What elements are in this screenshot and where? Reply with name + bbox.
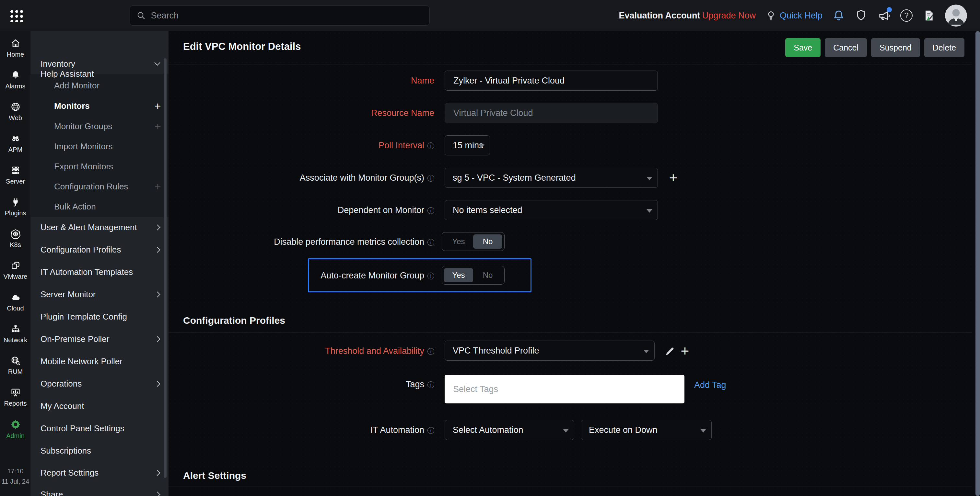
sidebar-item-monitors[interactable]: Monitors [31, 100, 169, 113]
info-icon[interactable] [428, 239, 434, 246]
add-monitor-plus-icon[interactable] [154, 100, 161, 113]
sidebar-item-configuration-rules[interactable]: Configuration Rules [31, 180, 169, 193]
rail-item-vmware[interactable]: VMware [0, 260, 31, 280]
rail-item-k8s[interactable]: K8s [0, 228, 31, 249]
add-monitor-group-button[interactable] [669, 171, 677, 185]
info-icon[interactable] [428, 381, 434, 388]
sidebar-item-my-account[interactable]: My Account [31, 399, 169, 412]
save-button[interactable]: Save [785, 38, 821, 57]
dependent-monitor-label: Dependent on Monitor [169, 204, 434, 216]
server-icon [10, 165, 21, 176]
chevron-down-icon [154, 60, 160, 65]
poll-interval-label: Poll Interval [169, 139, 434, 151]
shield-icon[interactable] [855, 9, 868, 22]
info-icon[interactable] [428, 273, 434, 279]
sidebar-item-subscriptions[interactable]: Subscriptions [31, 444, 169, 457]
info-icon[interactable] [428, 348, 434, 355]
sidebar-item-it-automation-templates[interactable]: IT Automation Templates [31, 265, 169, 279]
notifications-bell-icon[interactable] [832, 9, 845, 22]
name-input[interactable] [445, 71, 658, 91]
toggle-yes-option[interactable]: Yes [444, 235, 473, 249]
info-icon[interactable] [428, 427, 434, 434]
chevron-right-icon [154, 292, 160, 297]
sidebar-item-monitor-groups[interactable]: Monitor Groups [31, 120, 169, 133]
page-scrollbar[interactable] [975, 31, 980, 496]
delete-button[interactable]: Delete [924, 38, 964, 57]
add-threshold-profile-button[interactable] [681, 344, 689, 358]
disable-metrics-label: Disable performance metrics collection [169, 236, 434, 248]
alert-settings-heading: Alert Settings [183, 470, 246, 481]
info-icon[interactable] [428, 143, 434, 149]
poll-interval-select[interactable]: 15 mins [445, 135, 490, 155]
add-monitor-group-plus-icon[interactable] [154, 120, 161, 133]
tags-label: Tags [169, 379, 434, 390]
rail-item-cloud[interactable]: Cloud [0, 292, 31, 312]
suspend-button[interactable]: Suspend [871, 38, 920, 57]
search-box[interactable] [130, 5, 430, 25]
chevron-right-icon [154, 381, 160, 387]
sidebar-scrollbar[interactable] [164, 58, 167, 478]
dependent-monitor-select[interactable]: No items selected [445, 200, 658, 220]
sidebar-item-bulk-action[interactable]: Bulk Action [31, 200, 169, 213]
sidebar-item-configuration-profiles[interactable]: Configuration Profiles [31, 243, 169, 256]
threshold-profile-select[interactable]: VPC Threshold Profile [445, 341, 655, 361]
info-icon[interactable] [428, 207, 434, 214]
sidebar-item-control-panel-settings[interactable]: Control Panel Settings [31, 422, 169, 435]
caret-down-icon [700, 429, 706, 433]
sidebar-item-export-monitors[interactable]: Export Monitors [31, 160, 169, 173]
sidebar-item-report-settings[interactable]: Report Settings [31, 466, 169, 479]
sidebar-item-share[interactable]: Share [31, 488, 169, 496]
rail-item-home[interactable]: Home [0, 38, 31, 58]
toggle-no-option[interactable]: No [473, 235, 502, 249]
add-configuration-rule-plus-icon[interactable] [154, 180, 161, 193]
rail-item-web[interactable]: Web [0, 101, 31, 122]
quick-help-button[interactable]: Quick Help [765, 10, 822, 21]
sidebar-item-plugin-template-config[interactable]: Plugin Template Config [31, 310, 169, 323]
rail-item-server[interactable]: Server [0, 165, 31, 185]
user-avatar[interactable] [945, 5, 967, 27]
sidebar-item-mobile-network-poller[interactable]: Mobile Network Poller [31, 355, 169, 368]
chevron-right-icon [154, 470, 160, 475]
rail-item-apm[interactable]: APM [0, 133, 31, 154]
rail-item-plugins[interactable]: Plugins [0, 197, 31, 217]
plug-icon [10, 197, 21, 207]
rail-item-admin[interactable]: Admin [0, 419, 31, 440]
execute-on-select[interactable]: Execute on Down [581, 420, 712, 440]
release-notes-icon[interactable] [922, 9, 935, 22]
rail-item-reports[interactable]: Reports [0, 387, 31, 407]
header-divider [169, 64, 972, 65]
rail-item-network[interactable]: Network [0, 324, 31, 344]
announcements-megaphone-icon[interactable] [878, 9, 891, 22]
app-grid-icon[interactable] [9, 9, 23, 22]
upgrade-now-link[interactable]: Upgrade Now [702, 11, 756, 21]
sidebar-item-add-monitor[interactable]: Add Monitor [31, 79, 169, 92]
rail-item-rum[interactable]: RUM [0, 355, 31, 376]
help-question-icon[interactable] [900, 10, 913, 22]
resource-name-label: Resource Name [169, 107, 434, 119]
edit-pencil-icon[interactable] [664, 346, 675, 357]
sidebar-item-import-monitors[interactable]: Import Monitors [31, 140, 169, 153]
tags-input[interactable]: Select Tags [445, 375, 684, 403]
resource-name-input [445, 103, 658, 123]
toggle-no-option[interactable]: No [473, 268, 502, 282]
sidebar-item-operations[interactable]: Operations [31, 377, 169, 390]
sidebar-item-on-premise-poller[interactable]: On-Premise Poller [31, 333, 169, 345]
sidebar-item-server-monitor[interactable]: Server Monitor [31, 288, 169, 301]
monitor-groups-select[interactable]: sg 5 - VPC - System Generated [445, 168, 658, 188]
account-status: Evaluation Account Upgrade Now [619, 11, 756, 21]
cancel-button[interactable]: Cancel [825, 38, 867, 57]
sidebar-item-user-alert-management[interactable]: User & Alert Management [31, 221, 169, 234]
search-input[interactable] [150, 10, 423, 21]
select-automation-select[interactable]: Select Automation [445, 420, 574, 440]
auto-create-toggle[interactable]: Yes No [442, 266, 504, 285]
caret-down-icon [643, 350, 649, 353]
chevron-right-icon [154, 224, 160, 230]
add-tag-link[interactable]: Add Tag [694, 380, 726, 390]
home-icon [10, 38, 21, 49]
info-icon[interactable] [428, 175, 434, 182]
sidebar-item-inventory[interactable]: Inventory [31, 57, 169, 70]
disable-metrics-toggle[interactable]: Yes No [442, 232, 504, 251]
toggle-yes-option[interactable]: Yes [444, 268, 473, 282]
rail-item-alarms[interactable]: Alarms [0, 70, 31, 90]
monitor-groups-label: Associate with Monitor Group(s) [169, 172, 434, 184]
